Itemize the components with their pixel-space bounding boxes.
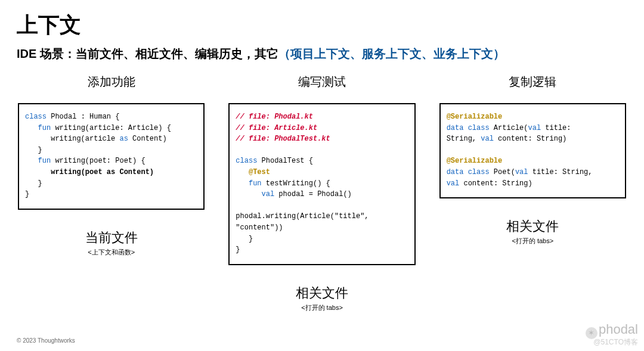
bottom-label: 相关文件 (439, 218, 626, 235)
subtitle-paren: （项目上下文、服务上下文、业务上下文） (278, 47, 505, 60)
columns: 添加功能 class Phodal : Human { fun writing(… (17, 74, 627, 312)
watermark: ✶phodal (586, 322, 638, 339)
bottom-sub: <打开的 tabs> (228, 303, 415, 312)
bottom-sub: <上下文和函数> (18, 248, 205, 257)
footer-copyright: © 2023 Thoughtworks (17, 337, 75, 344)
page-title: 上下文 (17, 11, 627, 40)
watermark-name: phodal (599, 322, 638, 337)
column-copy-logic: 复制逻辑 @Serializable data class Article(va… (439, 74, 626, 312)
code-block: // file: Phodal.kt // file: Article.kt /… (228, 103, 415, 265)
column-heading: 复制逻辑 (439, 74, 626, 90)
bottom-sub: <打开的 tabs> (439, 237, 626, 246)
bottom-label: 当前文件 (18, 229, 205, 247)
code-block: @Serializable data class Article(val tit… (439, 103, 626, 198)
column-add-feature: 添加功能 class Phodal : Human { fun writing(… (18, 74, 205, 312)
column-heading: 编写测试 (228, 74, 415, 90)
code-block: class Phodal : Human { fun writing(artic… (18, 103, 205, 210)
column-heading: 添加功能 (18, 74, 205, 90)
watermark-sub: @51CTO博客 (593, 337, 638, 347)
subtitle-plain: IDE 场景：当前文件、相近文件、编辑历史，其它 (17, 47, 278, 60)
page-subtitle: IDE 场景：当前文件、相近文件、编辑历史，其它（项目上下文、服务上下文、业务上… (17, 46, 627, 62)
bottom-label: 相关文件 (228, 284, 415, 302)
column-write-test: 编写测试 // file: Phodal.kt // file: Article… (228, 74, 415, 312)
